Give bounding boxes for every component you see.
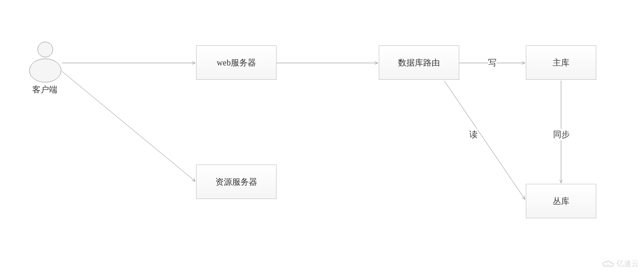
svg-line-3 — [62, 71, 195, 181]
watermark-text: 亿速云 — [616, 259, 639, 269]
client-label: 客户端 — [32, 84, 57, 95]
edge-label-sync: 同步 — [553, 129, 570, 140]
client-actor-icon — [29, 42, 61, 82]
node-db-router-label: 数据库路由 — [398, 57, 440, 68]
node-slave-db: 丛库 — [526, 184, 596, 218]
node-master-db-label: 主库 — [553, 57, 569, 68]
svg-text:∞: ∞ — [607, 262, 609, 266]
node-resource-server: 资源服务器 — [196, 165, 277, 199]
node-slave-db-label: 丛库 — [553, 196, 569, 207]
watermark: ∞ 亿速云 — [602, 259, 639, 269]
edge-label-read: 读 — [469, 129, 478, 140]
diagram-edges-and-actor — [0, 0, 644, 272]
svg-point-1 — [29, 59, 61, 82]
svg-line-6 — [444, 81, 525, 199]
node-resource-server-label: 资源服务器 — [215, 176, 257, 188]
edge-label-write: 写 — [488, 57, 497, 68]
svg-point-0 — [38, 42, 53, 57]
node-web-server: web服务器 — [196, 45, 277, 80]
node-web-server-label: web服务器 — [217, 57, 256, 68]
node-db-router: 数据库路由 — [379, 45, 459, 80]
node-master-db: 主库 — [526, 45, 596, 80]
cloud-icon: ∞ — [602, 259, 614, 268]
